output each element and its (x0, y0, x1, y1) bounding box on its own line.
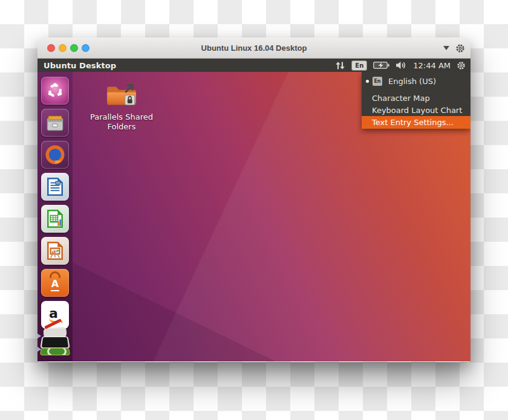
window-title: Ubuntu Linux 16.04 Desktop (37, 44, 471, 53)
en-badge-icon: En (373, 77, 382, 86)
software-line-glyph (51, 290, 59, 291)
menu-item-label: Keyboard Layout Chart (372, 106, 462, 115)
firefox-icon[interactable] (41, 141, 69, 169)
ubuntu-top-panel: Ubuntu Desktop En 12:44 AM (37, 59, 471, 72)
menu-item-keyboard-layout-chart[interactable]: Keyboard Layout Chart (362, 104, 471, 116)
menu-item-label: Character Map (372, 94, 430, 103)
files-icon[interactable] (41, 109, 69, 137)
keyboard-indicator-badge[interactable]: En (351, 60, 367, 71)
chevron-down-icon[interactable] (443, 46, 449, 50)
menu-item-text-entry-settings[interactable]: Text Entry Settings... (362, 116, 471, 129)
menu-item-english-us[interactable]: En English (US) (362, 74, 471, 88)
libreoffice-impress-icon[interactable] (41, 237, 69, 265)
launcher-fold-indicator (37, 334, 41, 352)
fullscreen-button[interactable] (82, 44, 90, 52)
vm-window: Ubuntu Linux 16.04 Desktop Ubuntu Deskto… (37, 37, 471, 362)
libreoffice-writer-icon[interactable] (41, 173, 69, 201)
zoom-button[interactable] (70, 44, 78, 52)
screen-icon (40, 336, 70, 348)
writer-glyph (45, 176, 65, 197)
menu-item-character-map[interactable]: Character Map (362, 92, 471, 104)
circle-of-friends-icon (46, 82, 64, 100)
unity-launcher: A a (37, 72, 73, 361)
volume-icon[interactable] (396, 61, 407, 69)
minimize-button[interactable] (59, 44, 67, 52)
shared-folder-icon (105, 82, 138, 109)
lock-emblem (125, 95, 135, 105)
menu-item-label: English (US) (388, 77, 436, 86)
radio-selected-icon (366, 80, 369, 83)
amazon-icon[interactable]: a (41, 301, 69, 329)
ubuntu-dash-icon[interactable] (41, 77, 69, 105)
folded-launcher-icons[interactable] (40, 326, 70, 361)
bag-handle-glyph (50, 271, 60, 278)
traffic-lights (37, 44, 90, 52)
session-gear-icon[interactable] (457, 61, 466, 70)
shared-folders-desktop-icon[interactable]: Parallels Shared Folders (87, 82, 156, 132)
libreoffice-calc-icon[interactable] (41, 205, 69, 233)
impress-glyph (45, 241, 65, 261)
software-a-glyph: A (51, 279, 59, 289)
calc-glyph (45, 208, 65, 229)
active-app-label: Ubuntu Desktop (37, 61, 116, 70)
gear-icon[interactable] (455, 44, 465, 53)
menu-item-label: Text Entry Settings... (372, 118, 454, 127)
firefox-glyph (44, 143, 67, 166)
close-button[interactable] (47, 44, 55, 52)
ubuntu-software-icon[interactable]: A (41, 269, 69, 297)
keyboard-indicator-menu: En English (US) Character Map Keyboard L… (362, 72, 471, 129)
battery-icon[interactable] (373, 61, 389, 69)
clock[interactable]: 12:44 AM (413, 61, 451, 70)
file-cabinet-glyph (44, 112, 66, 134)
desktop[interactable]: A a (37, 72, 471, 361)
desktop-icon-label: Parallels Shared Folders (87, 112, 156, 132)
updown-arrows-icon[interactable] (335, 61, 345, 70)
macos-titlebar: Ubuntu Linux 16.04 Desktop (37, 37, 471, 59)
green-disc-icon (40, 348, 70, 355)
